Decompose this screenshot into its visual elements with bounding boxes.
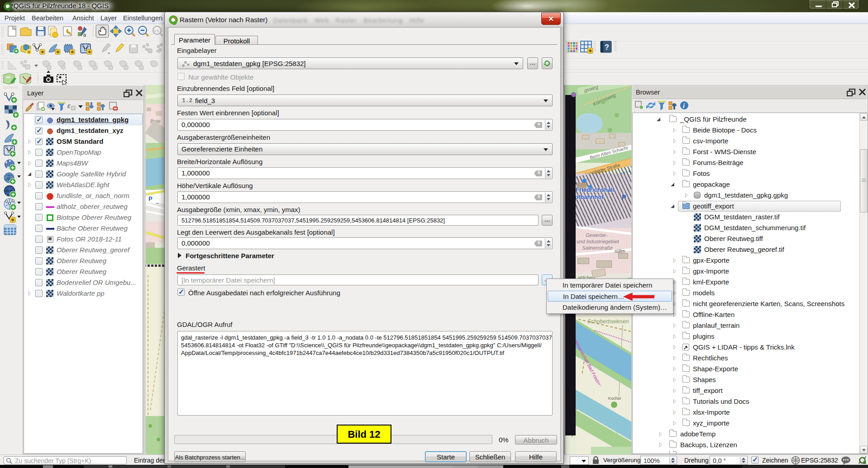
svg-text:✱: ✱: [41, 50, 44, 54]
svg-text:a: a: [83, 32, 86, 38]
svg-text:✱: ✱: [11, 217, 14, 222]
svg-text:✱: ✱: [56, 50, 60, 54]
svg-text:ε: ε: [67, 102, 71, 109]
svg-text:?: ?: [605, 43, 609, 51]
svg-text:✱: ✱: [71, 50, 74, 54]
svg-text:✱: ✱: [588, 48, 592, 53]
svg-text:1:1: 1:1: [154, 29, 159, 33]
svg-text:✱: ✱: [88, 50, 91, 54]
